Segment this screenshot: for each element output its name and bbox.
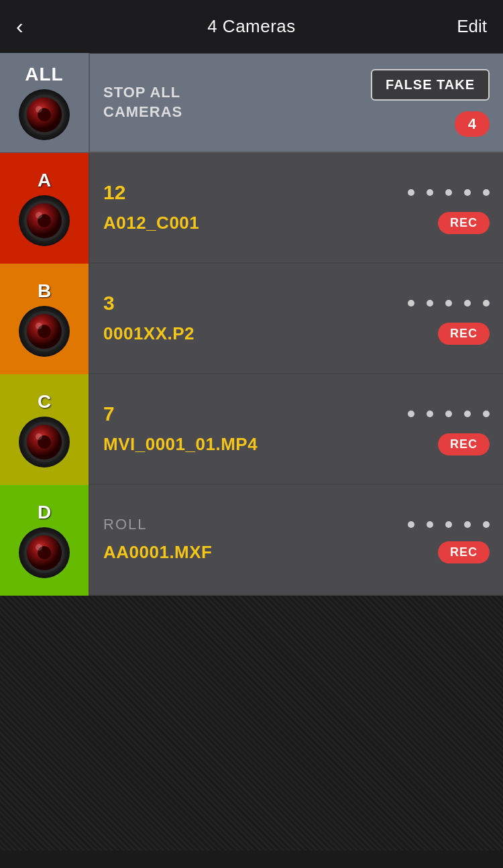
camera-roll-row: 3 [103, 292, 490, 315]
all-cameras-row: ALL STOP ALL CAMERAS [0, 54, 503, 153]
dot-3 [445, 521, 452, 528]
rec-badge[interactable]: REC [438, 433, 490, 455]
camera-thumb-d[interactable]: D [0, 485, 90, 596]
camera-letter-b: B [38, 280, 51, 302]
camera-lens-icon [17, 88, 71, 142]
camera-info-c: 7 MVI_0001_01.MP4 REC [90, 374, 503, 484]
rec-badge[interactable]: REC [438, 212, 490, 234]
clip-name: 0001XX.P2 [103, 323, 194, 344]
all-label: ALL [25, 64, 63, 85]
camera-lens-icon-c [17, 415, 71, 469]
camera-roll-row: 12 [103, 181, 490, 204]
roll-number: 12 [103, 181, 125, 204]
camera-clip-row: 0001XX.P2 REC [103, 323, 490, 345]
stop-all-text: STOP ALL CAMERAS [103, 83, 182, 121]
camera-thumb-b[interactable]: B [0, 264, 90, 374]
clip-name: MVI_0001_01.MP4 [103, 434, 258, 455]
all-camera-thumb[interactable]: ALL [0, 53, 90, 152]
dot-2 [427, 300, 433, 307]
roll-placeholder: ROLL [103, 516, 147, 533]
status-dots [408, 189, 490, 196]
camera-roll-row: 7 [103, 402, 490, 425]
camera-roll-row: ROLL [103, 516, 490, 533]
dot-3 [445, 189, 452, 196]
dot-3 [445, 300, 452, 307]
svg-point-4 [36, 106, 42, 113]
svg-point-9 [36, 212, 42, 219]
camera-clip-row: A012_C001 REC [103, 212, 490, 234]
camera-row-a[interactable]: A [0, 153, 503, 264]
dot-1 [408, 521, 414, 528]
dot-1 [408, 300, 414, 307]
camera-thumb-a[interactable]: A [0, 153, 90, 264]
false-take-button[interactable]: FALSE TAKE [371, 69, 490, 101]
dot-4 [464, 521, 471, 528]
svg-point-14 [36, 323, 42, 329]
camera-lens-icon-a [17, 194, 71, 248]
camera-info-d: ROLL AA0001.MXF REC [90, 485, 503, 594]
camera-lens-icon-d [17, 526, 71, 580]
dot-5 [483, 300, 490, 307]
all-cameras-content: STOP ALL CAMERAS [90, 75, 364, 129]
roll-number: 3 [103, 292, 115, 315]
camera-list: A [0, 153, 503, 596]
edit-button[interactable]: Edit [447, 16, 487, 37]
roll-number: 7 [103, 402, 115, 425]
camera-thumb-c[interactable]: C [0, 374, 90, 485]
camera-info-b: 3 0001XX.P2 REC [90, 264, 503, 373]
camera-info-a: 12 A012_C001 REC [90, 153, 503, 262]
camera-clip-row: MVI_0001_01.MP4 REC [103, 433, 490, 455]
clip-name: A012_C001 [103, 213, 199, 233]
clip-name: AA0001.MXF [103, 542, 213, 563]
camera-count-badge: 4 [455, 111, 490, 137]
rec-badge[interactable]: REC [438, 323, 490, 345]
camera-letter-d: D [38, 502, 51, 523]
background-carbon [0, 596, 503, 851]
dot-2 [427, 411, 433, 417]
dot-4 [464, 189, 471, 196]
camera-letter-c: C [38, 391, 51, 413]
camera-letter-a: A [38, 170, 51, 191]
dot-1 [408, 189, 414, 196]
status-dots [408, 521, 490, 528]
all-row-actions: FALSE TAKE 4 [364, 61, 503, 145]
dot-2 [427, 521, 433, 528]
svg-point-24 [36, 544, 42, 551]
dot-4 [464, 300, 471, 307]
back-button[interactable]: ‹ [16, 14, 56, 39]
svg-point-19 [36, 433, 42, 440]
dot-5 [483, 521, 490, 528]
app-header: ‹ 4 Cameras Edit [0, 0, 503, 54]
camera-row-c[interactable]: C [0, 374, 503, 485]
dot-5 [483, 189, 490, 196]
dot-3 [445, 411, 452, 417]
camera-row-b[interactable]: B [0, 264, 503, 374]
dot-2 [427, 189, 433, 196]
rec-badge[interactable]: REC [438, 541, 490, 563]
dot-4 [464, 411, 471, 417]
page-title: 4 Cameras [207, 16, 296, 37]
dot-5 [483, 411, 490, 417]
camera-row-d[interactable]: D [0, 485, 503, 596]
status-dots [408, 300, 490, 307]
dot-1 [408, 411, 414, 417]
camera-clip-row: AA0001.MXF REC [103, 541, 490, 563]
camera-lens-icon-b [17, 305, 71, 358]
status-dots [408, 411, 490, 417]
